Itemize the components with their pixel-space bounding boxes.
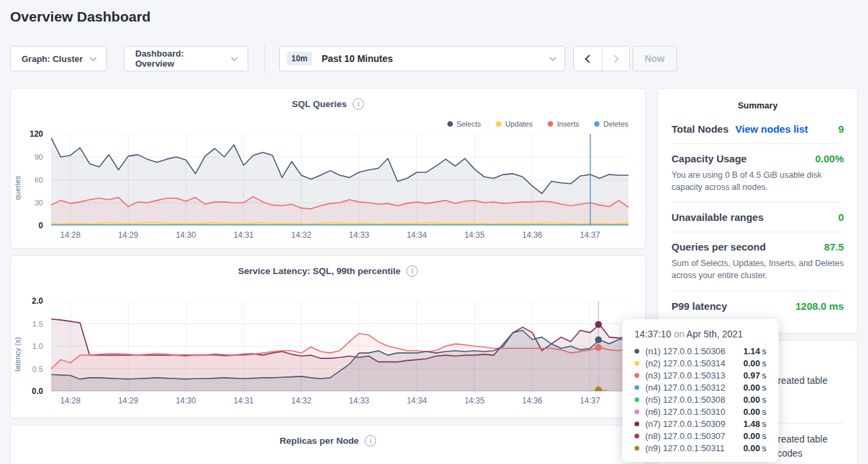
node-latency-value: 0.00	[744, 407, 760, 417]
chart-area: queries 0306090120 14:2814:2914:3014:311…	[11, 134, 628, 242]
x-tick-label: 14:37	[580, 396, 600, 405]
chevron-down-icon	[90, 54, 97, 61]
x-tick-label: 14:37	[580, 230, 600, 240]
x-tick-label: 14:33	[349, 230, 369, 240]
info-icon[interactable]: i	[353, 98, 364, 110]
legend-label: Deletes	[604, 120, 628, 128]
node-color-dot-icon	[635, 349, 639, 354]
time-range-selector[interactable]: 10m Past 10 Minutes	[279, 46, 565, 71]
chart-area: latency (s) 0.00.51.01.52.0 14:2814:2914…	[11, 301, 628, 407]
y-tick-label: 1.5	[32, 320, 43, 328]
tooltip-node-row: (n5) 127.0.0.1:503080.00s	[622, 393, 779, 405]
node-latency-value: 0.00	[744, 383, 760, 393]
x-tick-label: 14:29	[118, 396, 138, 405]
legend-dot-icon	[447, 121, 453, 127]
now-button[interactable]: Now	[632, 46, 677, 71]
tooltip-node-row: (n9) 127.0.0.1:503110.00s	[622, 442, 779, 454]
tooltip-node-row: (n8) 127.0.0.1:503070.00s	[622, 430, 779, 442]
latency-unit: s	[762, 346, 766, 356]
x-tick-label: 14:31	[233, 230, 254, 240]
x-tick-label: 14:35	[464, 396, 484, 405]
latency-unit: s	[762, 431, 766, 441]
chart-legend: SelectsUpdatesInsertsDeletes	[447, 120, 628, 128]
summary-title: Summary	[658, 89, 857, 114]
node-address: (n3) 127.0.0.1:50313	[645, 370, 725, 380]
time-step-buttons	[573, 46, 630, 71]
node-address: (n5) 127.0.0.1:50308	[645, 395, 725, 405]
node-color-dot-icon	[635, 409, 639, 414]
y-tick-label: 120	[30, 129, 43, 139]
next-time-button[interactable]	[602, 46, 629, 71]
node-latency-value: 0.97	[744, 370, 760, 380]
sql-queries-panel: SQL Queries i SelectsUpdatesInsertsDelet…	[10, 88, 646, 248]
x-tick-label: 14:34	[406, 230, 427, 240]
legend-item-selects[interactable]: Selects	[447, 120, 481, 128]
y-tick-label: 2.0	[32, 296, 43, 306]
tooltip-node-row: (n3) 127.0.0.1:503130.97s	[622, 369, 779, 381]
x-tick-label: 14:28	[61, 396, 81, 405]
tooltip-node-row: (n2) 127.0.0.1:503140.00s	[622, 357, 779, 369]
node-color-dot-icon	[635, 373, 639, 378]
y-tick-label: 0.0	[32, 387, 43, 396]
y-tick-label: 30	[34, 199, 43, 207]
unavailable-ranges-label: Unavailable ranges	[672, 211, 764, 223]
capacity-label: Capacity Usage	[672, 153, 747, 164]
total-nodes-label: Total Nodes	[672, 123, 729, 135]
node-address: (n9) 127.0.0.1:50311	[645, 443, 725, 453]
y-tick-label: 60	[34, 176, 43, 184]
latency-unit: s	[762, 419, 766, 429]
info-icon[interactable]: i	[365, 435, 376, 446]
y-axis-ticks: 0.00.51.01.52.0	[11, 301, 47, 391]
sql-queries-plot[interactable]	[51, 134, 628, 226]
chart-hover-tooltip: 14:37:10 on Apr 5th, 2021 (n1) 127.0.0.1…	[622, 319, 779, 462]
graph-scope-dropdown[interactable]: Graph: Cluster	[10, 46, 107, 71]
legend-item-updates[interactable]: Updates	[496, 120, 533, 128]
latency-unit: s	[762, 443, 766, 453]
y-tick-label: 0.5	[32, 365, 43, 373]
legend-item-deletes[interactable]: Deletes	[594, 120, 628, 128]
node-address: (n8) 127.0.0.1:50307	[645, 431, 725, 441]
p99-latency-label: P99 latency	[672, 300, 727, 312]
latency-unit: s	[762, 358, 766, 368]
y-tick-label: 1.0	[32, 342, 43, 350]
y-tick-label: 0	[38, 221, 43, 230]
prev-time-button[interactable]	[574, 46, 602, 71]
summary-total-nodes-row: Total Nodes View nodes list 9	[672, 114, 844, 143]
view-nodes-list-link[interactable]: View nodes list	[735, 123, 808, 135]
summary-unavailable-row: Unavailable ranges 0	[672, 202, 844, 232]
node-latency-value: 1.14	[744, 346, 760, 356]
node-latency-value: 0.00	[744, 443, 760, 453]
x-tick-label: 14:33	[349, 396, 369, 405]
tooltip-timestamp: 14:37:10 on Apr 5th, 2021	[622, 329, 779, 339]
dashboard-dropdown[interactable]: Dashboard: Overview	[124, 46, 248, 71]
y-axis-ticks: 0306090120	[11, 134, 47, 226]
info-icon[interactable]: i	[406, 265, 418, 277]
summary-qps-row: Queries per second 87.5 Sum of Selects, …	[672, 232, 844, 290]
node-latency-value: 0.00	[744, 395, 760, 405]
x-tick-label: 14:30	[176, 396, 196, 405]
legend-dot-icon	[496, 121, 501, 127]
page-title: Overview Dashboard	[10, 9, 151, 25]
x-tick-label: 14:32	[291, 396, 312, 405]
x-tick-label: 14:30	[176, 230, 196, 240]
capacity-value: 0.00%	[815, 153, 844, 164]
summary-panel: Summary Total Nodes View nodes list 9 Ca…	[657, 88, 858, 333]
total-nodes-value: 9	[838, 123, 844, 135]
qps-value: 87.5	[824, 241, 844, 253]
chevron-left-icon	[585, 55, 593, 63]
node-color-dot-icon	[635, 361, 639, 366]
service-latency-plot[interactable]	[51, 301, 628, 391]
x-tick-label: 14:35	[464, 230, 484, 240]
qps-label: Queries per second	[672, 241, 766, 253]
x-tick-label: 14:36	[522, 396, 542, 405]
legend-label: Inserts	[557, 120, 579, 128]
chevron-down-icon	[231, 54, 238, 61]
dashboard-label: Dashboard: Overview	[135, 48, 224, 69]
tooltip-node-row: (n7) 127.0.0.1:503091.48s	[622, 418, 779, 430]
time-range-badge: 10m	[287, 52, 312, 65]
legend-dot-icon	[594, 121, 600, 127]
chevron-down-icon	[550, 54, 556, 61]
legend-item-inserts[interactable]: Inserts	[548, 120, 579, 128]
node-color-dot-icon	[635, 446, 639, 451]
chevron-right-icon	[610, 55, 619, 63]
